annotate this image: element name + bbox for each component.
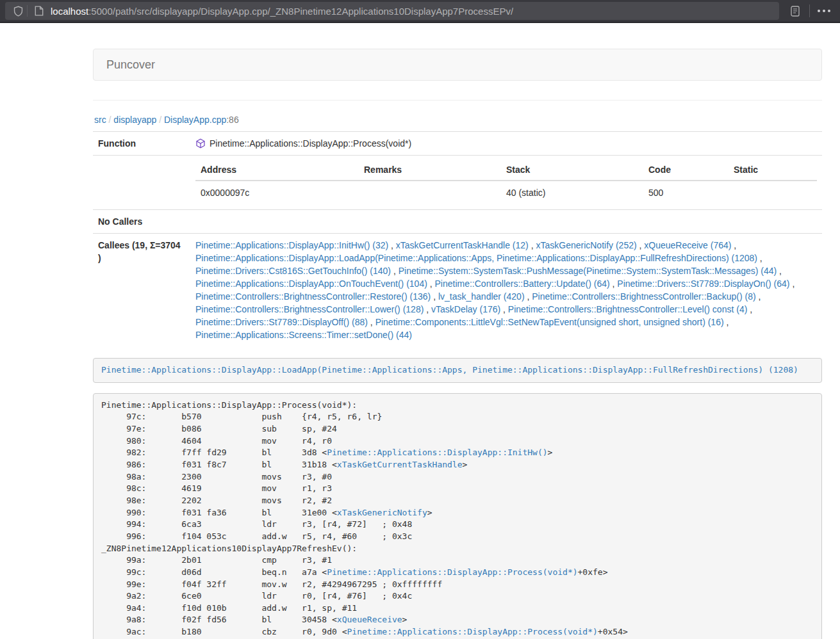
- column-header-stack: Stack: [501, 161, 643, 181]
- table-row: 0x0000097c 40 (static) 500: [195, 181, 817, 204]
- url-host: localhost: [51, 6, 88, 17]
- breadcrumb-separator: /: [106, 115, 114, 125]
- brand-link[interactable]: Puncover: [106, 58, 155, 72]
- function-symbol: Pinetime::Applications::DisplayApp::Proc…: [210, 137, 411, 150]
- disassembly-box: Pinetime::Applications::DisplayApp::Proc…: [93, 393, 822, 639]
- callee-link[interactable]: xQueueReceive (764): [644, 240, 731, 250]
- address-value: 0x0000097c: [195, 181, 359, 204]
- breadcrumb-line-number: :86: [226, 115, 238, 125]
- callee-link[interactable]: Pinetime::Controllers::Battery::Update()…: [435, 279, 610, 289]
- symbol-table: Function Pinetime::Applications::Display…: [93, 131, 822, 346]
- table-row: No Callers: [93, 210, 822, 234]
- column-header-address: Address: [195, 161, 359, 181]
- callee-link[interactable]: Pinetime::Controllers::BrightnessControl…: [532, 291, 755, 302]
- table-row: Function Pinetime::Applications::Display…: [93, 132, 822, 156]
- callee-link[interactable]: Pinetime::Drivers::St7789::DisplayOn() (…: [617, 279, 789, 289]
- divider: [93, 100, 822, 101]
- callee-link[interactable]: Pinetime::Applications::DisplayApp::Load…: [195, 253, 757, 263]
- remarks-value: [359, 181, 501, 204]
- column-header-remarks: Remarks: [359, 161, 501, 181]
- callee-link[interactable]: Pinetime::Components::LittleVgl::SetNewT…: [375, 317, 724, 327]
- stack-value: 40 (static): [501, 181, 643, 204]
- urlbar-divider: [27, 5, 28, 17]
- callee-link[interactable]: Pinetime::Applications::Screens::Timer::…: [195, 330, 412, 340]
- asm-symbol-link[interactable]: Pinetime::Applications::DisplayApp::Proc…: [347, 627, 598, 636]
- callees-label: Callees (19, Σ=3704 ): [93, 234, 190, 347]
- url-text: localhost:5000/path/src/displayapp/Displ…: [51, 6, 513, 17]
- callee-link[interactable]: xTaskGetCurrentTaskHandle (12): [396, 240, 529, 250]
- caller-link[interactable]: Pinetime::Applications::DisplayApp::Load…: [101, 365, 798, 375]
- function-row-label: Function: [93, 132, 190, 156]
- callee-link[interactable]: Pinetime::Drivers::Cst816S::GetTouchInfo…: [195, 266, 391, 276]
- callee-link[interactable]: Pinetime::Controllers::BrightnessControl…: [195, 291, 431, 302]
- asm-symbol-link[interactable]: xTaskGenericNotify: [337, 508, 427, 517]
- callees-list: Pinetime::Applications::DisplayApp::Init…: [190, 234, 822, 347]
- menu-dots-icon[interactable]: [813, 2, 835, 20]
- column-header-code: Code: [643, 161, 729, 181]
- breadcrumb-separator: /: [156, 115, 164, 125]
- asm-symbol-link[interactable]: xQueueReceive: [337, 615, 402, 624]
- breadcrumb-link[interactable]: DisplayApp.cpp: [164, 115, 226, 125]
- callee-link[interactable]: xTaskGenericNotify (252): [536, 240, 636, 250]
- breadcrumb-link[interactable]: src: [94, 115, 106, 125]
- table-row: Address Remarks Stack Code Static 0x0000…: [93, 156, 822, 210]
- url-path: :5000/path/src/displayapp/DisplayApp.cpp…: [88, 6, 513, 17]
- table-row: Callees (19, Σ=3704 ) Pinetime::Applicat…: [93, 234, 822, 347]
- asm-symbol-link[interactable]: Pinetime::Applications::DisplayApp::Init…: [327, 448, 547, 457]
- callee-link[interactable]: Pinetime::Controllers::BrightnessControl…: [508, 304, 747, 314]
- page-container: Puncover src / displayapp / DisplayApp.c…: [93, 49, 822, 639]
- shield-icon[interactable]: [10, 3, 26, 19]
- callee-link[interactable]: Pinetime::Drivers::St7789::DisplayOff() …: [195, 317, 368, 327]
- page-info-icon[interactable]: [31, 3, 47, 19]
- callee-link[interactable]: Pinetime::Applications::DisplayApp::OnTo…: [195, 279, 427, 289]
- breadcrumb: src / displayapp / DisplayApp.cpp:86: [94, 115, 822, 125]
- reader-view-icon[interactable]: [784, 2, 806, 20]
- breadcrumb-link[interactable]: displayapp: [113, 115, 156, 125]
- navbar: Puncover: [93, 49, 822, 81]
- cube-icon: [195, 138, 206, 149]
- callee-link[interactable]: vTaskDelay (176): [431, 304, 500, 314]
- code-value: 500: [643, 181, 729, 204]
- toolbar-divider: [809, 4, 810, 17]
- callee-link[interactable]: Pinetime::Applications::DisplayApp::Init…: [195, 240, 388, 250]
- url-bar[interactable]: localhost:5000/path/src/displayapp/Displ…: [5, 2, 779, 20]
- asm-symbol-link[interactable]: Pinetime::Applications::DisplayApp::Proc…: [327, 567, 577, 577]
- static-value: [729, 181, 817, 204]
- callee-link[interactable]: lv_task_handler (420): [438, 291, 525, 302]
- caller-code-box: Pinetime::Applications::DisplayApp::Load…: [93, 358, 822, 383]
- no-callers-label: No Callers: [93, 210, 190, 234]
- callee-link[interactable]: Pinetime::Controllers::BrightnessControl…: [195, 304, 424, 314]
- callee-link[interactable]: Pinetime::System::SystemTask::PushMessag…: [399, 266, 777, 276]
- browser-toolbar: localhost:5000/path/src/displayapp/Displ…: [0, 0, 840, 23]
- column-header-static: Static: [729, 161, 817, 181]
- metrics-table: Address Remarks Stack Code Static 0x0000…: [195, 161, 817, 204]
- asm-symbol-link[interactable]: xTaskGetCurrentTaskHandle: [337, 460, 463, 469]
